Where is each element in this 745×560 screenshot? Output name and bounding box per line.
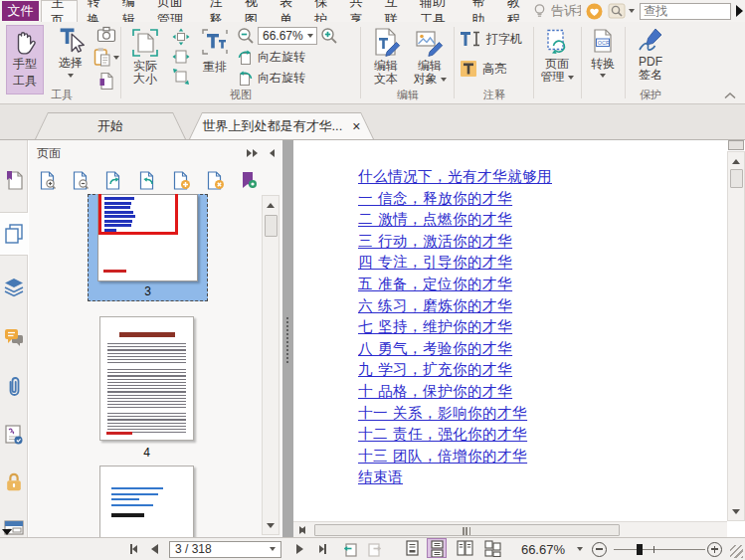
rotate-left-button[interactable]: 向左旋转 bbox=[237, 49, 338, 66]
toc-link[interactable]: 九 学习，扩充你的才华 bbox=[358, 359, 552, 381]
toc-link[interactable]: 结束语 bbox=[358, 467, 552, 488]
typewriter-button[interactable]: 打字机 bbox=[460, 30, 522, 48]
ribbon-tab-form[interactable]: 表单 bbox=[271, 0, 305, 22]
tell-me-label[interactable]: 告诉我 bbox=[551, 2, 581, 20]
thumb-scroll-down-icon[interactable] bbox=[264, 518, 278, 532]
resize-grip[interactable] bbox=[730, 545, 743, 558]
tab-start-page[interactable]: 开始 bbox=[35, 112, 186, 139]
thumbnail-zoom-in-icon[interactable] bbox=[39, 170, 58, 191]
highlight-button[interactable]: 高亮 bbox=[460, 60, 506, 78]
toc-link[interactable]: 四 专注，引导你的才华 bbox=[358, 252, 552, 274]
edit-object-caret[interactable] bbox=[441, 78, 447, 82]
doc-scroll-down-icon[interactable] bbox=[729, 504, 743, 518]
edit-object-button[interactable]: 编辑 对象 bbox=[410, 26, 450, 86]
signatures-panel-button[interactable] bbox=[0, 413, 28, 457]
toc-link[interactable]: 五 准备，定位你的才华 bbox=[358, 274, 552, 295]
page-combo-caret[interactable] bbox=[270, 547, 276, 551]
zoom-slider-track[interactable] bbox=[614, 549, 705, 551]
ribbon-tab-view[interactable]: 视图 bbox=[236, 0, 271, 22]
more-panels-icon[interactable] bbox=[2, 529, 12, 535]
next-page-button[interactable] bbox=[293, 538, 305, 560]
ribbon-tab-accessibility[interactable]: 辅助工具 bbox=[411, 0, 464, 22]
rotate-page-right-icon[interactable] bbox=[138, 170, 158, 191]
doc-scroll-thumb[interactable] bbox=[730, 169, 743, 188]
facing-view-button[interactable] bbox=[455, 538, 474, 558]
splitter-handle[interactable] bbox=[286, 317, 288, 363]
rotate-right-button[interactable]: 向右旋转 bbox=[237, 70, 338, 87]
facing-continuous-view-button[interactable] bbox=[482, 538, 502, 558]
doc-hscroll-thumb[interactable] bbox=[314, 524, 620, 536]
ribbon-tab-tutorial[interactable]: 教程 bbox=[498, 0, 533, 22]
insert-page-icon[interactable] bbox=[172, 170, 192, 191]
document-horizontal-scrollbar[interactable] bbox=[293, 521, 727, 537]
fit-visible-icon[interactable] bbox=[172, 68, 190, 86]
assistant-heart-icon[interactable] bbox=[586, 3, 603, 20]
toc-link[interactable]: 十 品格，保护你的才华 bbox=[358, 381, 552, 403]
ribbon-tab-convert[interactable]: 转换 bbox=[78, 0, 112, 22]
doc-scroll-up-icon[interactable] bbox=[729, 154, 743, 168]
file-menu-button[interactable]: 文件 bbox=[2, 1, 39, 21]
bookmarks-panel-button[interactable] bbox=[0, 158, 28, 202]
doc-scroll-right-icon[interactable] bbox=[294, 523, 308, 537]
toc-link[interactable]: 六 练习，磨炼你的才华 bbox=[358, 295, 552, 317]
panel-collapse-icon[interactable] bbox=[270, 149, 275, 157]
thumbnail-page-5[interactable] bbox=[99, 466, 194, 537]
split-view-handle[interactable] bbox=[728, 140, 744, 150]
toc-link[interactable]: 一 信念，释放你的才华 bbox=[358, 188, 552, 210]
previous-page-button[interactable] bbox=[148, 538, 160, 560]
ribbon-tab-share[interactable]: 共享 bbox=[340, 0, 375, 22]
ribbon-tab-protect[interactable]: 保护 bbox=[305, 0, 340, 22]
zoom-in-icon[interactable] bbox=[320, 27, 338, 45]
fit-page-icon[interactable] bbox=[172, 28, 190, 46]
search-dropdown-caret[interactable] bbox=[629, 9, 635, 13]
ribbon-tab-home[interactable]: 主页 bbox=[41, 0, 78, 22]
document-vertical-scrollbar[interactable] bbox=[727, 140, 745, 521]
delete-page-icon[interactable] bbox=[206, 170, 226, 191]
thumbnail-scrollbar[interactable] bbox=[262, 195, 279, 535]
ribbon-tab-page-management[interactable]: 页面管理 bbox=[148, 0, 201, 22]
snapshot-camera-icon[interactable] bbox=[96, 26, 116, 43]
ribbon-tab-connect[interactable]: 互联 bbox=[376, 0, 411, 22]
layers-panel-button[interactable] bbox=[0, 266, 28, 309]
tab-close-icon[interactable]: × bbox=[352, 119, 360, 133]
toc-link[interactable]: 十一 关系，影响你的才华 bbox=[358, 403, 552, 425]
zoom-combo-caret[interactable] bbox=[307, 34, 313, 38]
toc-link[interactable]: 七 坚持，维护你的才华 bbox=[358, 316, 552, 338]
actual-size-button[interactable]: 实际 大小 bbox=[125, 26, 165, 86]
toc-link[interactable]: 三 行动，激活你的才华 bbox=[358, 231, 552, 253]
find-input[interactable] bbox=[640, 3, 731, 20]
zoom-out-button[interactable] bbox=[592, 538, 607, 560]
toc-link[interactable]: 八 勇气，考验你的才华 bbox=[358, 338, 552, 360]
quick-search-icon[interactable] bbox=[608, 3, 635, 19]
select-dropdown-caret[interactable] bbox=[68, 74, 74, 78]
ribbon-tab-edit[interactable]: 编辑 bbox=[113, 0, 148, 22]
next-view-button[interactable] bbox=[366, 538, 382, 560]
fit-width-icon[interactable] bbox=[172, 49, 190, 65]
toc-link[interactable]: 十三 团队，倍增你的才华 bbox=[358, 446, 552, 467]
clipboard-paste-button[interactable] bbox=[93, 47, 119, 68]
ribbon-tab-help[interactable]: 帮助 bbox=[463, 0, 497, 22]
status-zoom-caret[interactable] bbox=[577, 538, 583, 560]
panel-splitter[interactable] bbox=[282, 140, 293, 537]
toc-link[interactable]: 十二 责任，强化你的才华 bbox=[358, 424, 552, 446]
previous-view-button[interactable] bbox=[343, 538, 359, 560]
hand-tool-button[interactable]: 手型 工具 bbox=[6, 25, 44, 94]
select-tool-button[interactable]: 选择 bbox=[50, 25, 92, 78]
page-number-combobox[interactable]: 3 / 318 bbox=[169, 538, 281, 560]
thumb-scroll-up-icon[interactable] bbox=[264, 198, 278, 212]
convert-button[interactable]: OCR 转换 bbox=[585, 22, 621, 103]
toolbar-overflow-arrow-icon[interactable] bbox=[736, 5, 743, 17]
thumbnail-page-3[interactable]: 3 bbox=[88, 194, 208, 301]
continuous-view-button[interactable] bbox=[427, 538, 447, 558]
ribbon-tab-comment[interactable]: 注释 bbox=[200, 0, 235, 22]
security-panel-button[interactable] bbox=[0, 461, 28, 504]
page-management-button[interactable]: 页面 管理 bbox=[537, 22, 577, 103]
collapse-ribbon-icon[interactable] bbox=[723, 92, 737, 99]
clipboard-dropdown-caret[interactable] bbox=[113, 56, 119, 60]
thumb-scroll-thumb[interactable] bbox=[265, 215, 278, 237]
single-page-view-button[interactable] bbox=[402, 538, 422, 558]
zoom-level-combobox[interactable]: 66.67% bbox=[258, 27, 317, 45]
tab-document[interactable]: 世界上到处都是有才华... × bbox=[189, 112, 374, 139]
toc-link[interactable]: 什么情况下，光有才华就够用 bbox=[358, 166, 552, 188]
reflow-button[interactable]: 重排 bbox=[195, 26, 235, 74]
